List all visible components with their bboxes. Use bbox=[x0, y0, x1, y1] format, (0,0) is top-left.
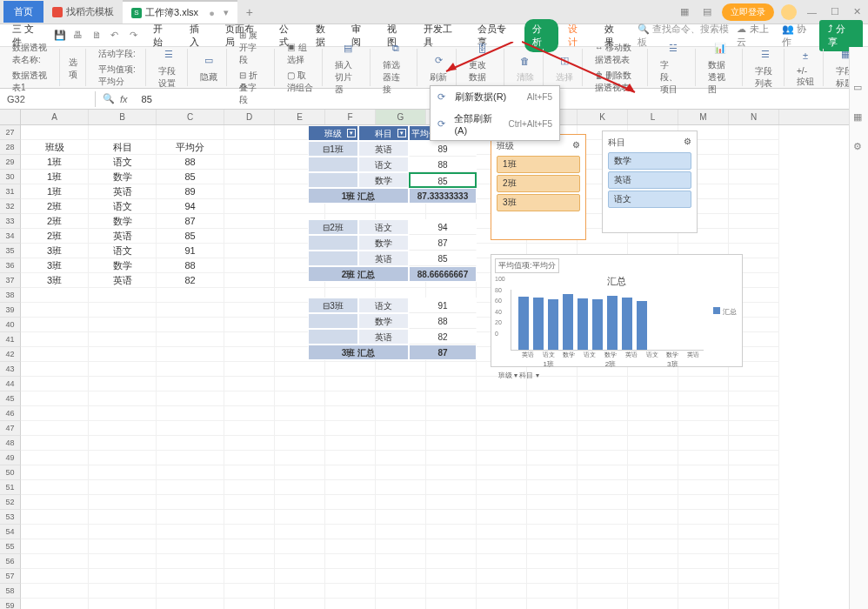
row-header[interactable]: 38 bbox=[0, 288, 21, 303]
cell[interactable] bbox=[527, 451, 578, 465]
cell[interactable] bbox=[527, 569, 578, 584]
cell[interactable] bbox=[376, 599, 426, 609]
cell[interactable] bbox=[678, 480, 729, 495]
cell[interactable] bbox=[21, 495, 89, 510]
slicer-filter-icon[interactable]: ⚙ bbox=[572, 140, 580, 152]
window-minimize-icon[interactable]: — bbox=[804, 7, 820, 17]
slicer-item[interactable]: 2班 bbox=[497, 175, 580, 192]
cell[interactable] bbox=[628, 510, 678, 525]
cell[interactable] bbox=[376, 362, 426, 377]
cell[interactable] bbox=[157, 377, 224, 392]
cell[interactable] bbox=[224, 599, 275, 609]
row-header[interactable]: 49 bbox=[0, 451, 21, 465]
cell[interactable] bbox=[157, 347, 224, 362]
cell[interactable] bbox=[89, 599, 157, 609]
cell[interactable] bbox=[477, 406, 527, 421]
cell[interactable] bbox=[477, 569, 527, 584]
cell[interactable] bbox=[628, 436, 678, 451]
cell[interactable] bbox=[89, 362, 157, 377]
redo-icon[interactable]: ↷ bbox=[130, 30, 142, 42]
cell[interactable] bbox=[275, 525, 325, 539]
cell[interactable] bbox=[157, 421, 224, 436]
row-header[interactable]: 53 bbox=[0, 510, 21, 525]
cell[interactable] bbox=[325, 510, 376, 525]
cell[interactable] bbox=[224, 554, 275, 569]
cell[interactable]: 3班 bbox=[21, 258, 89, 273]
cell[interactable]: 85 bbox=[157, 170, 224, 184]
cell[interactable] bbox=[477, 599, 527, 609]
cell[interactable]: 平均分 bbox=[157, 140, 224, 155]
cell[interactable] bbox=[21, 465, 89, 480]
cell[interactable] bbox=[157, 406, 224, 421]
cell[interactable] bbox=[527, 584, 578, 599]
cell[interactable] bbox=[678, 599, 729, 609]
list-view-icon[interactable]: ▤ bbox=[699, 6, 715, 17]
cell[interactable] bbox=[21, 347, 89, 362]
cell[interactable] bbox=[578, 451, 628, 465]
cell[interactable] bbox=[376, 554, 426, 569]
menu-design[interactable]: 设计 bbox=[560, 19, 594, 52]
cell[interactable] bbox=[21, 125, 89, 140]
cell[interactable] bbox=[477, 525, 527, 539]
cell[interactable] bbox=[376, 436, 426, 451]
cell[interactable] bbox=[157, 554, 224, 569]
row-header[interactable]: 52 bbox=[0, 495, 21, 510]
cell[interactable] bbox=[224, 288, 275, 303]
search-fn-icon[interactable]: 🔍 bbox=[103, 93, 115, 104]
select-all-corner[interactable] bbox=[0, 110, 21, 124]
cell[interactable] bbox=[678, 436, 729, 451]
cell[interactable] bbox=[729, 392, 779, 406]
cell[interactable] bbox=[477, 480, 527, 495]
pivot-group-2[interactable]: ⊟2班 bbox=[308, 219, 358, 235]
cell[interactable]: 94 bbox=[157, 199, 224, 214]
cell[interactable] bbox=[21, 525, 89, 539]
pivot-group-3[interactable]: ⊟3班 bbox=[308, 298, 358, 313]
chart-value-field[interactable]: 平均值项:平均分 bbox=[495, 258, 559, 273]
cell[interactable] bbox=[729, 199, 779, 214]
cell[interactable] bbox=[578, 465, 628, 480]
cell[interactable] bbox=[376, 377, 426, 392]
cell[interactable] bbox=[275, 451, 325, 465]
cell[interactable]: 87 bbox=[157, 214, 224, 229]
cell[interactable]: 科目 bbox=[89, 140, 157, 155]
cell[interactable] bbox=[325, 421, 376, 436]
row-header[interactable]: 44 bbox=[0, 377, 21, 392]
cell[interactable] bbox=[426, 569, 477, 584]
cell[interactable] bbox=[157, 303, 224, 318]
row-header[interactable]: 43 bbox=[0, 362, 21, 377]
cell[interactable] bbox=[21, 480, 89, 495]
cell[interactable] bbox=[426, 465, 477, 480]
cell[interactable] bbox=[527, 554, 578, 569]
cell[interactable] bbox=[578, 406, 628, 421]
cell[interactable] bbox=[224, 318, 275, 332]
cell[interactable] bbox=[21, 288, 89, 303]
row-header[interactable]: 59 bbox=[0, 599, 21, 609]
cell[interactable] bbox=[157, 392, 224, 406]
cell[interactable] bbox=[325, 599, 376, 609]
cell[interactable] bbox=[729, 421, 779, 436]
cell[interactable] bbox=[527, 510, 578, 525]
cell[interactable]: 语文 bbox=[89, 244, 157, 258]
cell[interactable] bbox=[527, 539, 578, 554]
cell[interactable] bbox=[224, 273, 275, 288]
clear-button[interactable]: 🗑清除 bbox=[513, 50, 537, 85]
cell[interactable] bbox=[426, 436, 477, 451]
cell[interactable] bbox=[275, 392, 325, 406]
cell[interactable] bbox=[275, 599, 325, 609]
cell[interactable]: 2班 bbox=[21, 229, 89, 244]
row-header[interactable]: 41 bbox=[0, 332, 21, 347]
cell[interactable]: 89 bbox=[157, 184, 224, 199]
cell[interactable] bbox=[224, 377, 275, 392]
cell[interactable] bbox=[224, 525, 275, 539]
cell[interactable] bbox=[325, 377, 376, 392]
cell[interactable] bbox=[426, 599, 477, 609]
cell[interactable] bbox=[527, 525, 578, 539]
cell[interactable] bbox=[628, 539, 678, 554]
cell[interactable] bbox=[426, 362, 477, 377]
cell[interactable] bbox=[376, 421, 426, 436]
name-box[interactable]: G32 bbox=[0, 91, 96, 107]
cell[interactable] bbox=[89, 510, 157, 525]
cell[interactable] bbox=[325, 539, 376, 554]
cell[interactable] bbox=[477, 465, 527, 480]
cell[interactable] bbox=[325, 569, 376, 584]
